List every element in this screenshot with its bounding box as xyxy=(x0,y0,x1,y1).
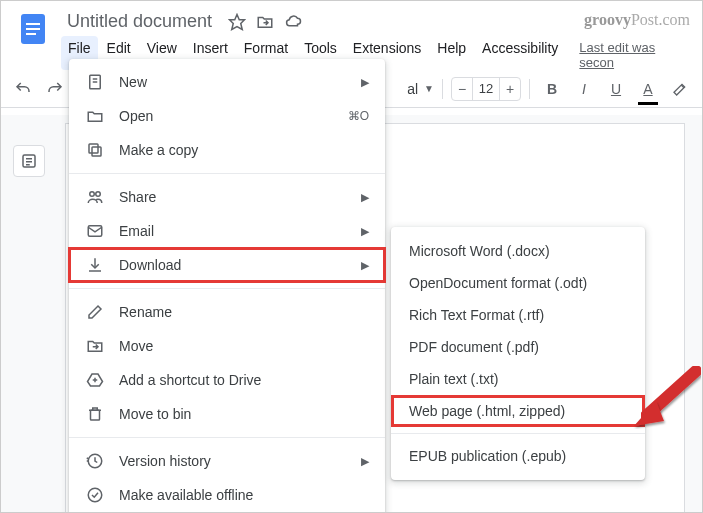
move-folder-icon[interactable] xyxy=(256,13,274,31)
menu-label: Move xyxy=(119,338,369,354)
drive-shortcut-icon xyxy=(85,370,105,390)
menu-separator xyxy=(69,437,385,438)
underline-button[interactable]: U xyxy=(602,75,630,103)
menu-item-version-history[interactable]: Version history ▶ xyxy=(69,444,385,478)
download-submenu: Microsoft Word (.docx) OpenDocument form… xyxy=(391,227,645,480)
menu-label: Version history xyxy=(119,453,347,469)
last-edit-link[interactable]: Last edit was secon xyxy=(579,36,690,70)
document-outline-button[interactable] xyxy=(13,145,45,177)
menu-shortcut: ⌘O xyxy=(348,109,369,123)
download-txt[interactable]: Plain text (.txt) xyxy=(391,363,645,395)
svg-marker-4 xyxy=(230,14,245,29)
menu-label: Rename xyxy=(119,304,369,320)
trash-icon xyxy=(85,404,105,424)
star-icon[interactable] xyxy=(228,13,246,31)
undo-button[interactable] xyxy=(9,75,37,103)
rename-icon xyxy=(85,302,105,322)
menu-label: Email xyxy=(119,223,347,239)
menu-label: Make a copy xyxy=(119,142,369,158)
menu-item-offline[interactable]: Make available offline xyxy=(69,478,385,512)
cloud-status-icon[interactable] xyxy=(284,13,302,31)
copy-icon xyxy=(85,140,105,160)
font-size-value[interactable]: 12 xyxy=(472,78,500,100)
download-pdf[interactable]: PDF document (.pdf) xyxy=(391,331,645,363)
svg-rect-1 xyxy=(26,23,40,25)
menu-label: New xyxy=(119,74,347,90)
menu-label: Make available offline xyxy=(119,487,369,503)
svg-rect-3 xyxy=(26,33,36,35)
menu-item-new[interactable]: New ▶ xyxy=(69,65,385,99)
menu-item-download[interactable]: Download ▶ xyxy=(69,248,385,282)
svg-point-22 xyxy=(88,488,102,502)
text-color-button[interactable]: A xyxy=(634,75,662,103)
menu-help[interactable]: Help xyxy=(430,36,473,70)
chevron-right-icon: ▶ xyxy=(361,191,369,204)
menu-label: Move to bin xyxy=(119,406,369,422)
chevron-right-icon: ▶ xyxy=(361,455,369,468)
menu-item-share[interactable]: Share ▶ xyxy=(69,180,385,214)
download-epub[interactable]: EPUB publication (.epub) xyxy=(391,440,645,472)
svg-rect-12 xyxy=(92,147,101,156)
file-menu-dropdown: New ▶ Open ⌘O Make a copy Share ▶ Email … xyxy=(69,59,385,513)
download-docx[interactable]: Microsoft Word (.docx) xyxy=(391,235,645,267)
menu-label: Download xyxy=(119,257,347,273)
menu-item-move-to-bin[interactable]: Move to bin xyxy=(69,397,385,431)
svg-rect-2 xyxy=(26,28,40,30)
highlight-button[interactable] xyxy=(666,75,694,103)
redo-button[interactable] xyxy=(41,75,69,103)
download-odt[interactable]: OpenDocument format (.odt) xyxy=(391,267,645,299)
menu-label: Add a shortcut to Drive xyxy=(119,372,369,388)
font-size-decrease[interactable]: − xyxy=(452,81,472,97)
bold-button[interactable]: B xyxy=(538,75,566,103)
chevron-right-icon: ▶ xyxy=(361,76,369,89)
menu-item-make-copy[interactable]: Make a copy xyxy=(69,133,385,167)
download-rtf[interactable]: Rich Text Format (.rtf) xyxy=(391,299,645,331)
email-icon xyxy=(85,221,105,241)
menu-item-add-shortcut[interactable]: Add a shortcut to Drive xyxy=(69,363,385,397)
menu-item-email[interactable]: Email ▶ xyxy=(69,214,385,248)
menu-item-rename[interactable]: Rename xyxy=(69,295,385,329)
chevron-right-icon: ▶ xyxy=(361,259,369,272)
svg-rect-13 xyxy=(89,144,98,153)
share-icon xyxy=(85,187,105,207)
font-size-stepper[interactable]: − 12 + xyxy=(451,77,521,101)
menu-item-open[interactable]: Open ⌘O xyxy=(69,99,385,133)
chevron-down-icon: ▼ xyxy=(424,83,434,94)
menu-separator xyxy=(391,433,645,434)
menu-item-move[interactable]: Move xyxy=(69,329,385,363)
chevron-right-icon: ▶ xyxy=(361,225,369,238)
menu-separator xyxy=(69,173,385,174)
font-size-increase[interactable]: + xyxy=(500,81,520,97)
separator xyxy=(442,79,443,99)
document-title[interactable]: Untitled document xyxy=(61,9,218,34)
folder-open-icon xyxy=(85,106,105,126)
svg-point-15 xyxy=(96,192,101,197)
download-html[interactable]: Web page (.html, zipped) xyxy=(391,395,645,427)
menu-label: Share xyxy=(119,189,347,205)
history-icon xyxy=(85,451,105,471)
italic-button[interactable]: I xyxy=(570,75,598,103)
watermark: groovyPost.com xyxy=(584,11,690,29)
svg-rect-20 xyxy=(91,410,100,420)
move-icon xyxy=(85,336,105,356)
download-icon xyxy=(85,255,105,275)
menu-separator xyxy=(69,288,385,289)
svg-point-14 xyxy=(90,192,95,197)
font-family-dropdown[interactable]: al xyxy=(407,81,418,97)
separator xyxy=(529,79,530,99)
offline-icon xyxy=(85,485,105,505)
docs-logo[interactable] xyxy=(13,9,53,49)
document-icon xyxy=(85,72,105,92)
menu-label: Open xyxy=(119,108,334,124)
menu-accessibility[interactable]: Accessibility xyxy=(475,36,565,70)
